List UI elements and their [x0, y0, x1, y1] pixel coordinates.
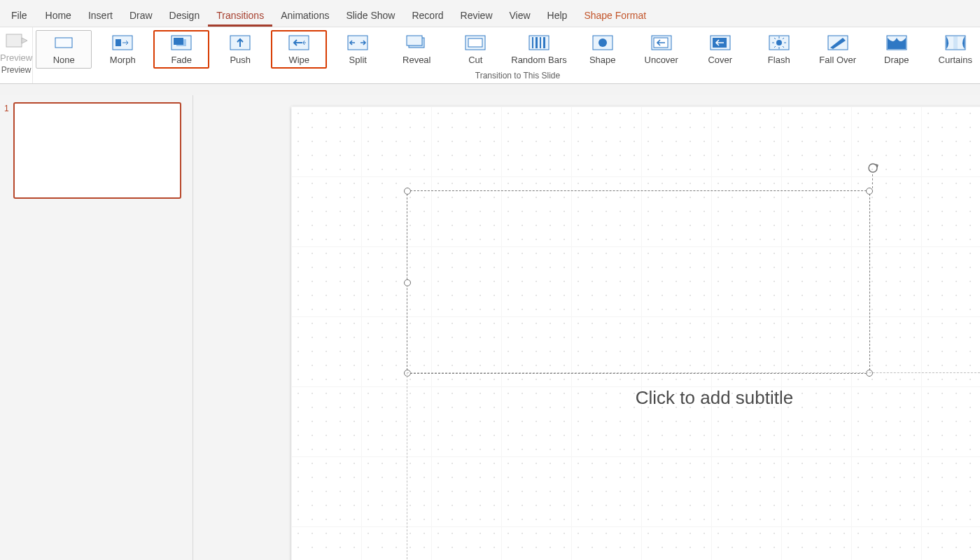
- tab-home[interactable]: Home: [37, 3, 80, 27]
- curtains-icon: [945, 35, 966, 50]
- transition-gallery: NoneMorphFadePushWipeSplitRevealCutRando…: [33, 27, 980, 69]
- subtitle-placeholder-text: Click to add subtitle: [636, 387, 793, 409]
- transition-label: Morph: [110, 55, 136, 65]
- transition-label: Random Bars: [511, 55, 566, 65]
- svg-rect-19: [543, 37, 545, 48]
- rotate-icon: [867, 162, 879, 174]
- ribbon-group-preview: Preview Preview: [0, 27, 33, 83]
- transition-fallover[interactable]: Fall Over: [810, 30, 866, 69]
- transition-label: Uncover: [645, 55, 678, 65]
- transition-shape[interactable]: Shape: [575, 30, 631, 69]
- tab-file[interactable]: File: [1, 3, 37, 27]
- slide-thumbnail-pane: 1: [0, 95, 193, 560]
- tab-record[interactable]: Record: [403, 3, 451, 27]
- tab-review[interactable]: Review: [452, 3, 501, 27]
- transition-curtains[interactable]: Curtains: [927, 30, 980, 69]
- transition-label: Drape: [884, 55, 909, 65]
- wipe-icon: [288, 35, 309, 50]
- svg-rect-7: [174, 38, 183, 45]
- svg-rect-16: [532, 37, 533, 48]
- transition-label: Split: [349, 55, 367, 65]
- transition-none[interactable]: None: [36, 30, 92, 69]
- svg-rect-18: [540, 37, 541, 48]
- drape-icon: [886, 35, 907, 50]
- none-icon: [53, 35, 74, 50]
- cut-icon: [465, 35, 486, 50]
- workspace: 1: [0, 95, 980, 560]
- resize-handle[interactable]: [404, 188, 411, 195]
- slide-canvas[interactable]: Click to add subtitle: [291, 106, 980, 560]
- transition-label: Push: [230, 55, 251, 65]
- transition-drape[interactable]: Drape: [869, 30, 925, 69]
- transition-label: Curtains: [939, 55, 972, 65]
- reveal-icon: [406, 35, 427, 50]
- ribbon-group-label-transitions: Transition to This Slide: [33, 69, 980, 83]
- split-icon: [347, 35, 368, 50]
- transition-label: Fade: [171, 55, 192, 65]
- transition-label: None: [53, 55, 75, 65]
- fallover-icon: [827, 35, 848, 50]
- transition-wipe[interactable]: Wipe: [271, 30, 327, 69]
- slide-thumbnail-1[interactable]: 1: [4, 102, 186, 199]
- transition-cut[interactable]: Cut: [447, 30, 503, 69]
- transition-label: Flash: [768, 55, 790, 65]
- svg-rect-14: [468, 38, 482, 47]
- morph-icon: [112, 35, 133, 50]
- push-icon: [230, 35, 251, 50]
- ribbon-group-transitions: NoneMorphFadePushWipeSplitRevealCutRando…: [33, 27, 980, 83]
- preview-button[interactable]: Preview: [0, 27, 32, 63]
- svg-rect-17: [536, 37, 538, 48]
- transition-label: Cover: [708, 55, 732, 65]
- preview-icon: [4, 31, 28, 51]
- svg-rect-12: [407, 36, 422, 46]
- transition-randombars[interactable]: Random Bars: [506, 30, 571, 69]
- cover-icon: [710, 35, 731, 50]
- subtitle-placeholder[interactable]: Click to add subtitle: [407, 372, 980, 560]
- flash-icon: [769, 35, 790, 50]
- resize-handle[interactable]: [404, 279, 411, 286]
- transition-label: Reveal: [402, 55, 430, 65]
- fade-icon: [171, 35, 192, 50]
- svg-rect-4: [115, 39, 121, 46]
- ribbon: Preview Preview NoneMorphFadePushWipeSpl…: [0, 27, 980, 84]
- shape-icon: [592, 35, 613, 50]
- rotate-handle[interactable]: [867, 162, 879, 174]
- slide-number: 1: [4, 102, 9, 113]
- transition-reveal[interactable]: Reveal: [388, 30, 444, 69]
- tab-view[interactable]: View: [501, 3, 539, 27]
- transition-flash[interactable]: Flash: [751, 30, 807, 69]
- transition-label: Shape: [589, 55, 616, 65]
- transition-morph[interactable]: Morph: [94, 30, 150, 69]
- tab-insert[interactable]: Insert: [80, 3, 121, 27]
- transition-label: Wipe: [288, 55, 309, 65]
- randombars-icon: [528, 35, 550, 50]
- svg-marker-1: [22, 38, 27, 43]
- title-placeholder[interactable]: [407, 190, 870, 374]
- transition-fade[interactable]: Fade: [153, 30, 209, 69]
- resize-handle[interactable]: [866, 188, 873, 195]
- transition-split[interactable]: Split: [330, 30, 386, 69]
- ribbon-tab-strip: FileHomeInsertDrawDesignTransitionsAnima…: [0, 0, 980, 27]
- transition-uncover[interactable]: Uncover: [634, 30, 690, 69]
- tab-design[interactable]: Design: [161, 3, 209, 27]
- transition-push[interactable]: Push: [212, 30, 268, 69]
- tab-transitions[interactable]: Transitions: [208, 3, 272, 27]
- slide-edit-area: Click to add subtitle: [193, 95, 980, 560]
- transition-label: Fall Over: [819, 55, 856, 65]
- rotate-stem: [872, 174, 873, 188]
- ribbon-group-label-preview: Preview: [0, 63, 32, 78]
- preview-label: Preview: [0, 52, 32, 63]
- tab-animations[interactable]: Animations: [272, 3, 337, 27]
- svg-point-21: [598, 38, 607, 47]
- svg-rect-0: [6, 34, 22, 47]
- transition-label: Cut: [468, 55, 482, 65]
- tab-help[interactable]: Help: [539, 3, 576, 27]
- transition-cover[interactable]: Cover: [692, 30, 748, 69]
- slide-thumbnail-image: [13, 102, 181, 199]
- svg-rect-2: [55, 38, 72, 48]
- tab-draw[interactable]: Draw: [121, 3, 161, 27]
- svg-point-27: [776, 40, 782, 46]
- svg-rect-40: [953, 36, 958, 49]
- tab-shapeformat[interactable]: Shape Format: [575, 3, 654, 27]
- tab-slideshow[interactable]: Slide Show: [337, 3, 403, 27]
